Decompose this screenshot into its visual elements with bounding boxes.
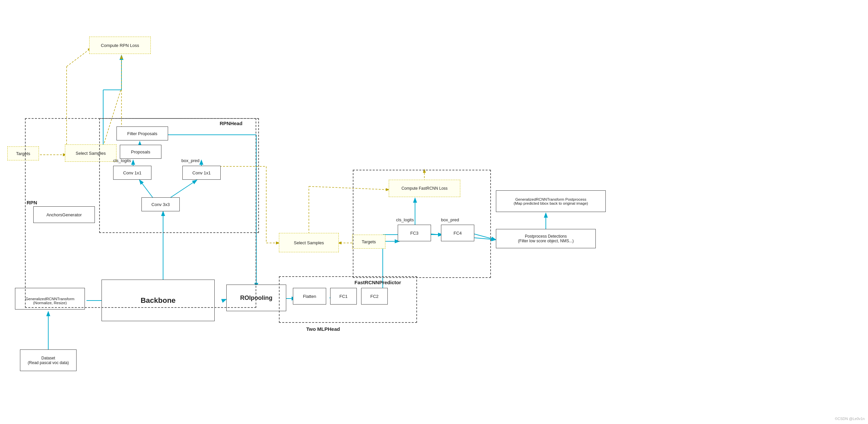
- fast-rcnn-predictor-region: [353, 170, 491, 278]
- box-pred-fast-label: box_pred: [441, 217, 459, 222]
- postprocess-detections-box: Postprocess Detections (Filter low score…: [496, 229, 596, 248]
- compute-rpn-loss-label: Compute RPN Loss: [101, 43, 139, 48]
- box-pred-rpn-label: box_pred: [181, 158, 199, 163]
- dataset-label: Dataset (Read pascal voc data): [28, 356, 68, 365]
- select-samples-fast-label: Select Samples: [294, 240, 324, 245]
- cls-logits-rpn-label: cls_logits: [113, 158, 131, 163]
- svg-line-37: [67, 48, 91, 66]
- select-samples-fast-box: Select Samples: [279, 233, 339, 252]
- two-mlphead-region: [279, 276, 417, 323]
- watermark: ©CSDN @Le0v1n: [835, 417, 865, 421]
- rpnhead-label: RPNHead: [220, 120, 242, 126]
- generalized-postprocess-label: GeneralizedRCNNTransform Postprocess (Ma…: [514, 198, 588, 205]
- two-mlphead-label: Two MLPHead: [306, 326, 340, 332]
- rpn-label: RPN: [27, 200, 37, 205]
- dataset-box: Dataset (Read pascal voc data): [20, 350, 76, 371]
- diagram-container: Dataset (Read pascal voc data) Generaliz…: [0, 0, 868, 424]
- rpnhead-region: [99, 118, 259, 233]
- compute-rpn-loss-box: Compute RPN Loss: [89, 37, 151, 54]
- cls-logits-fast-label: cls_logits: [396, 217, 414, 222]
- postprocess-detections-label: Postprocess Detections (Filter low score…: [518, 234, 574, 243]
- generalized-postprocess-box: GeneralizedRCNNTransform Postprocess (Ma…: [496, 190, 606, 212]
